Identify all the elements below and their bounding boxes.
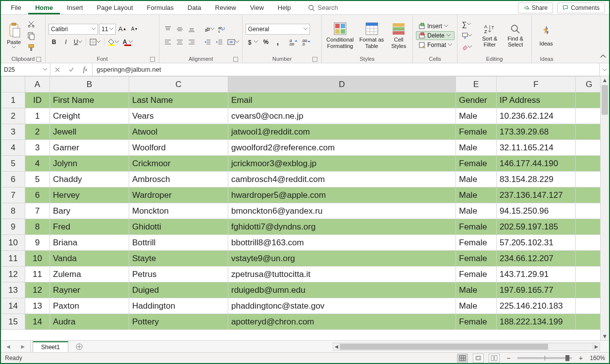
cell[interactable]: Male (456, 282, 497, 298)
cell[interactable] (576, 140, 601, 156)
tab-page-layout[interactable]: Page Layout (90, 1, 140, 14)
cells-delete-button[interactable]: Delete (416, 31, 455, 40)
font-size-combo[interactable]: 11 (99, 24, 116, 35)
select-all-corner[interactable] (1, 77, 25, 92)
cell[interactable]: 9 (25, 235, 50, 251)
col-header-G[interactable]: G (576, 77, 601, 92)
cell[interactable]: 197.69.165.77 (497, 282, 576, 298)
cell[interactable]: vstayte9@un.org (228, 251, 456, 267)
cell[interactable] (576, 267, 601, 282)
paste-button[interactable]: Paste (4, 22, 24, 48)
format-painter-button[interactable] (26, 42, 37, 53)
col-header-D[interactable]: D (228, 77, 456, 92)
scroll-right-button[interactable]: ► (593, 343, 600, 350)
align-bottom-button[interactable] (186, 24, 197, 35)
borders-button[interactable] (88, 37, 102, 47)
cell[interactable]: Petrus (129, 267, 228, 282)
cell[interactable]: gwoolford2@reference.com (228, 140, 456, 156)
cell[interactable]: 234.66.12.207 (497, 251, 576, 267)
tab-insert[interactable]: Insert (60, 1, 90, 14)
cell[interactable] (576, 219, 601, 235)
tab-data[interactable]: Data (181, 1, 208, 14)
tab-formulas[interactable]: Formulas (140, 1, 181, 14)
cell[interactable]: phaddingtonc@state.gov (228, 298, 456, 314)
cell[interactable]: Jolynn (50, 156, 129, 172)
cut-button[interactable] (26, 18, 37, 29)
cell[interactable]: Male (456, 298, 497, 314)
cell[interactable]: 10.236.62.124 (497, 108, 576, 124)
vertical-scrollbar[interactable]: ▲ ▼ (600, 76, 609, 340)
cell[interactable]: 13 (25, 298, 50, 314)
cell[interactable]: 3 (25, 140, 50, 156)
fill-color-button[interactable] (106, 37, 120, 47)
col-header-E[interactable]: E (456, 77, 497, 92)
align-top-button[interactable] (162, 24, 173, 35)
merge-center-button[interactable] (226, 37, 241, 47)
find-select-button[interactable]: Find & Select (504, 23, 527, 47)
cell[interactable]: bbottrill8@163.com (228, 235, 456, 251)
cell[interactable]: cambrosch4@reddit.com (228, 172, 456, 187)
tab-help[interactable]: Help (271, 1, 298, 14)
clipboard-launcher[interactable] (36, 57, 41, 62)
cell[interactable]: Female (456, 235, 497, 251)
cell[interactable] (576, 187, 601, 203)
enter-formula-button[interactable] (64, 67, 78, 73)
scroll-left-button[interactable]: ◄ (333, 343, 340, 350)
cell[interactable] (576, 92, 601, 108)
cell[interactable]: Female (456, 251, 497, 267)
fill-button[interactable] (460, 30, 475, 41)
col-header-A[interactable]: A (25, 77, 50, 92)
row-header-5[interactable]: 5 (1, 156, 25, 172)
row-header-14[interactable]: 14 (1, 298, 25, 314)
scroll-down-button[interactable]: ▼ (601, 332, 609, 340)
conditional-formatting-button[interactable]: Conditional Formatting (325, 22, 356, 48)
cell[interactable]: Duiged (129, 282, 228, 298)
col-header-F[interactable]: F (497, 77, 576, 92)
cell[interactable]: Female (456, 314, 497, 330)
cell[interactable]: fghidotti7@dyndns.org (228, 219, 456, 235)
cell[interactable]: zpetrusa@tuttocitta.it (228, 267, 456, 282)
cell[interactable]: Bary (50, 203, 129, 219)
collapse-ribbon-button[interactable] (600, 53, 606, 61)
tab-file[interactable]: File (4, 1, 28, 14)
row-header-7[interactable]: 7 (1, 187, 25, 203)
row-header-10[interactable]: 10 (1, 235, 25, 251)
comma-button[interactable]: , (272, 37, 283, 47)
cell[interactable]: 32.11.165.214 (497, 140, 576, 156)
cell[interactable]: Rayner (50, 282, 129, 298)
align-left-button[interactable] (162, 37, 173, 47)
cell[interactable]: 10 (25, 251, 50, 267)
row-header-1[interactable]: 1 (1, 92, 25, 108)
tab-home[interactable]: Home (28, 1, 60, 14)
cell[interactable]: hwardroper5@apple.com (228, 187, 456, 203)
cell[interactable]: Male (456, 108, 497, 124)
row-header-13[interactable]: 13 (1, 282, 25, 298)
align-right-button[interactable] (186, 37, 197, 47)
cell[interactable]: 173.39.29.68 (497, 124, 576, 140)
cell[interactable] (576, 282, 601, 298)
shrink-font-button[interactable]: A▼ (129, 24, 140, 35)
alignment-launcher[interactable] (233, 57, 238, 62)
sheet-tab-sheet1[interactable]: Sheet1 (33, 341, 68, 352)
tab-view[interactable]: View (243, 1, 271, 14)
cell[interactable]: 146.177.44.190 (497, 156, 576, 172)
font-launcher[interactable] (150, 57, 155, 62)
row-header-8[interactable]: 8 (1, 203, 25, 219)
search-box[interactable]: Search (308, 1, 338, 14)
spreadsheet-grid[interactable]: A B C D E F G 1 ID First Name Last Name … (1, 76, 600, 330)
cell[interactable]: Stayte (129, 251, 228, 267)
cell[interactable]: Zulema (50, 267, 129, 282)
row-header-9[interactable]: 9 (1, 219, 25, 235)
italic-button[interactable]: I (60, 37, 71, 47)
cell[interactable]: Male (456, 140, 497, 156)
cell[interactable]: Vanda (50, 251, 129, 267)
cell[interactable]: Bottrill (129, 235, 228, 251)
cell[interactable]: 57.205.102.31 (497, 235, 576, 251)
cell[interactable] (576, 235, 601, 251)
bold-button[interactable]: B (49, 37, 59, 47)
cell[interactable]: Male (456, 203, 497, 219)
cell[interactable]: Haddington (129, 298, 228, 314)
cell[interactable]: 225.146.210.183 (497, 298, 576, 314)
cell[interactable]: 6 (25, 187, 50, 203)
font-color-button[interactable]: A (121, 37, 135, 47)
